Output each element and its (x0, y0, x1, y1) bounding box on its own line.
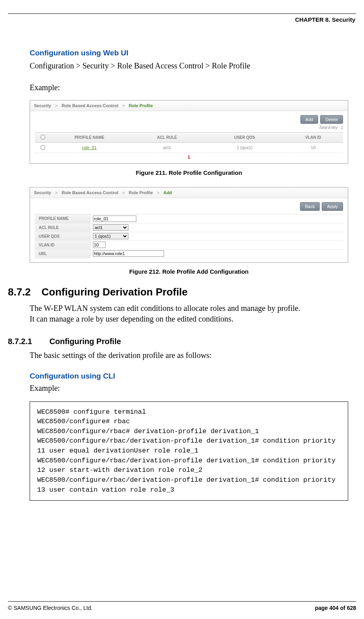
section-title-872: Configuring Derivation Profile (41, 286, 188, 298)
profile-name-link[interactable]: role_01 (82, 145, 97, 150)
crumb-sep-icon: > (54, 103, 59, 108)
chapter-header: CHAPTER 8. Security (8, 16, 356, 23)
screenshot2-breadcrumb: Security > Role Based Access Control > R… (30, 187, 348, 198)
screenshot-role-profile-add: Security > Role Based Access Control > R… (30, 187, 348, 263)
subsection-title-8721: Configuring Profile (49, 337, 121, 346)
crumb-security: Security (34, 103, 51, 108)
total-entry-label: Total Entry : 1 (35, 125, 343, 130)
crumb-sep-icon: > (54, 190, 59, 195)
crumb-security: Security (34, 190, 51, 195)
crumb-sep-icon: > (156, 190, 161, 195)
url-input[interactable] (93, 250, 164, 257)
cli-code-block: WEC8500# configure terminal WEC8500/conf… (30, 401, 348, 501)
figure-212-caption: Figure 212. Role Profile Add Configurati… (30, 268, 348, 275)
crumb-role-profile: Role Profile (129, 103, 153, 108)
vlan-id-input[interactable] (93, 242, 106, 248)
cell-qos: 1 (qos1) (206, 145, 283, 150)
crumb-add: Add (163, 190, 172, 195)
select-all-checkbox[interactable] (41, 135, 45, 139)
label-user-qos: USER QOS (35, 232, 90, 240)
table-header: PROFILE NAME ACL RULE USER QOS VLAN ID (35, 132, 343, 143)
footer-page-number: page 404 of 628 (315, 605, 356, 611)
row-checkbox[interactable] (41, 145, 45, 150)
label-url: URL (35, 249, 90, 258)
config-form-table: PROFILE NAME ACL RULE acl1 USER QOS 1 (q… (35, 214, 343, 258)
pager-current-page[interactable]: 1 (35, 153, 343, 162)
cli-heading: Configuration using CLI (30, 372, 348, 380)
label-acl-rule: ACL RULE (35, 223, 90, 232)
crumb-rbac: Role Based Access Control (62, 103, 118, 108)
crumb-sep-icon: > (121, 190, 126, 195)
th-vlan-id: VLAN ID (283, 135, 343, 140)
example-label: Example: (30, 82, 348, 93)
back-button[interactable]: Back (300, 202, 320, 211)
th-profile-name: PROFILE NAME (51, 135, 128, 140)
footer-copyright: © SAMSUNG Electronics Co., Ltd. (8, 605, 92, 611)
th-acl-rule: ACL RULE (128, 135, 206, 140)
table-row: role_01 acl1 1 (qos1) 10 (35, 143, 343, 153)
cell-vlan: 10 (283, 145, 343, 150)
acl-rule-select[interactable]: acl1 (93, 224, 128, 231)
cell-acl: acl1 (128, 145, 206, 150)
th-user-qos: USER QOS (206, 135, 283, 140)
para-872-line2: It can manage a role by user depending o… (30, 314, 348, 324)
para-872-line1: The W-EP WLAN system can edit conditions… (30, 303, 348, 314)
delete-button[interactable]: Delete (320, 115, 343, 124)
profile-name-input[interactable] (93, 216, 136, 222)
apply-button[interactable]: Apply (322, 202, 343, 211)
cli-example-label: Example: (30, 383, 348, 394)
crumb-role-profile: Role Profile (129, 190, 153, 195)
label-vlan-id: VLAN ID (35, 240, 90, 249)
screenshot1-breadcrumb: Security > Role Based Access Control > R… (30, 100, 348, 111)
label-profile-name: PROFILE NAME (35, 214, 90, 223)
figure-211-caption: Figure 211. Role Profile Configuration (30, 169, 348, 176)
breadcrumb-path: Configuration > Security > Role Based Ac… (30, 61, 348, 71)
subsection-number-8721: 8.7.2.1 (8, 337, 49, 346)
add-button[interactable]: Add (300, 115, 319, 124)
user-qos-select[interactable]: 1 (qos1) (93, 233, 128, 239)
web-ui-heading: Configuration using Web UI (30, 49, 348, 57)
para-8721: The basic settings of the derivation pro… (30, 350, 348, 361)
crumb-rbac: Role Based Access Control (62, 190, 118, 195)
crumb-sep-icon: > (121, 103, 126, 108)
screenshot-role-profile-list: Security > Role Based Access Control > R… (30, 100, 348, 164)
section-number-872: 8.7.2 (8, 286, 41, 298)
